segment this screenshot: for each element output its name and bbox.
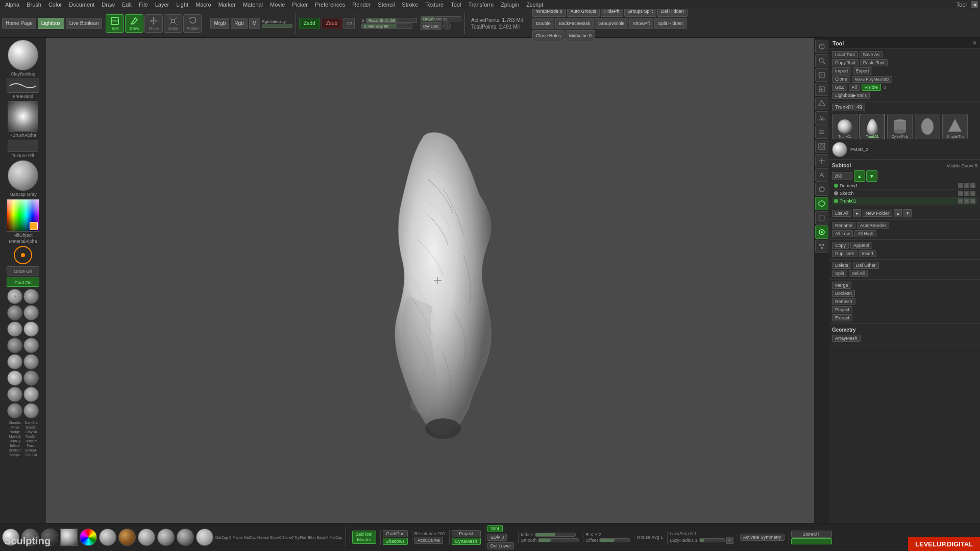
array-mesh-button[interactable]: ArrayMesh [832,335,861,342]
dynamic-button[interactable]: Dynamic [421,22,442,30]
new-folder-button[interactable]: New Folder [863,210,892,217]
subtool-master-button[interactable]: SubTool Master [352,531,376,544]
mat-ball-3[interactable] [41,529,58,546]
tool-thumb-2[interactable]: Trunk01 [860,114,885,139]
load-tool-button[interactable]: Load Tool [832,51,858,58]
panel-toggle[interactable]: ◀ [971,1,978,8]
menu-transform[interactable]: Transform [465,0,497,9]
color-picker[interactable] [7,199,39,232]
merge-button[interactable]: Merge [832,282,851,289]
mat-ball-7[interactable] [138,529,155,546]
smt-button[interactable]: Smt [487,525,503,532]
m-button[interactable]: M [249,18,260,29]
brush-move[interactable] [7,305,22,320]
offset-slider[interactable] [599,538,630,542]
brush-snakeh[interactable] [23,387,39,402]
menu-picker[interactable]: Picker [289,0,311,9]
mat-ball-8[interactable] [157,529,175,546]
right-icon-frame[interactable] [815,140,828,153]
subtool-dummy1[interactable]: Dummy1 □ □ ✏ [832,182,977,190]
paste-tool-button[interactable]: Paste Tool [860,59,888,66]
brush-spolish[interactable] [7,387,22,402]
si-tr-3[interactable]: ✏ [970,198,975,204]
lazy-radius-close[interactable]: ✕ [726,537,733,544]
list-expand-btn[interactable]: ▸ [853,209,861,217]
auto-reorder-button[interactable]: AutoReorder [857,222,889,229]
menu-movie[interactable]: Movie [267,0,288,9]
all-low-button[interactable]: All Low [832,230,853,237]
menu-stroke[interactable]: Stroke [399,0,421,9]
rgb-button[interactable]: Rgb [231,18,247,29]
all-high-button[interactable]: All High [854,230,876,237]
mat-ball-2[interactable] [21,529,39,546]
save-as-button[interactable]: Save As [860,51,883,58]
lightbox-button[interactable]: Lightbox [38,18,64,29]
menu-preferences[interactable]: Preferences [312,0,348,9]
menu-file[interactable]: File [136,0,151,9]
subtool-trunk01[interactable]: Trunk01 □ □ ✏ [832,197,977,205]
project-bb-button[interactable]: Project [452,530,481,537]
goz-button[interactable]: GoZ [832,84,847,91]
rotate-button[interactable]: Rotate [183,14,202,33]
right-icon-zoom3d[interactable] [815,168,828,182]
brush-orb[interactable] [23,403,39,418]
menu-alpha[interactable]: Alpha [2,0,22,9]
mat-ball-4[interactable] [60,529,78,546]
show-pft-button[interactable]: ShowPft [629,18,654,29]
folder-up-btn[interactable]: ▴ [894,209,902,217]
extract-button[interactable]: Extract [832,314,852,321]
menu-marker[interactable]: Marker [215,0,239,9]
si-sk-1[interactable]: □ [958,191,963,196]
right-icon-move[interactable] [815,154,828,167]
menu-light[interactable]: Light [173,0,191,9]
move-button[interactable]: Move [144,14,163,33]
subtool-sketch[interactable]: Sketch □ □ ✏ [832,190,977,197]
import-button[interactable]: Import [832,67,851,74]
alpha-preview[interactable] [8,101,38,132]
right-icon-floor[interactable] [815,111,828,124]
right-icon-addattr[interactable] [815,83,828,96]
lightbox-tools-button[interactable]: Lightbox▶Tools [832,92,870,99]
brush-trimsm2[interactable] [23,354,39,369]
close-holes-button[interactable]: Close Holes [532,30,565,41]
texture-preview[interactable] [8,140,38,152]
del-all-button[interactable]: Del All [849,270,868,277]
right-icon-zoom[interactable] [815,54,828,67]
brush-damstd[interactable] [23,289,39,304]
zcf-button[interactable]: Zcf [344,18,355,29]
menu-brush[interactable]: Brush [23,0,44,9]
lazy-radius-slider[interactable] [699,538,725,542]
model-viewport[interactable] [46,38,829,523]
menu-stencil[interactable]: Stencil [375,0,398,9]
brush-morph[interactable] [7,403,22,418]
brush-claybu[interactable] [23,321,39,337]
menu-color[interactable]: Color [45,0,65,9]
right-icon-solo[interactable] [815,226,828,239]
inflate-slider[interactable] [535,533,576,537]
activate-symmetry-button[interactable]: Activate Symmetry [740,534,785,541]
cont-on-button[interactable]: Cont On [7,278,39,287]
right-icon-spots[interactable] [815,240,828,253]
si-1[interactable]: □ [958,183,963,188]
si-sk-3[interactable]: ✏ [970,191,975,196]
menu-render[interactable]: Render [349,0,374,9]
si-tr-1[interactable]: □ [958,198,963,204]
si-2[interactable]: □ [964,183,969,188]
tool-thumb-cylinder[interactable]: CylindPoly [887,114,913,139]
edit-button[interactable]: Edit [106,14,124,33]
subtool-count-input[interactable] [832,172,852,180]
levelup-badge[interactable]: LEVELUP.DIGITAL [908,537,980,551]
right-icon-pers[interactable] [815,97,828,110]
brush-preview[interactable] [8,40,38,70]
all-button[interactable]: All [849,84,860,91]
pm3d-sphere[interactable] [832,142,847,157]
right-icon-polyt[interactable] [815,197,828,210]
subtool-icon-2[interactable]: ▼ [866,170,877,182]
duplicate-button[interactable]: Duplicate [832,250,857,257]
draw-button[interactable]: Draw [125,14,143,33]
material-preview[interactable] [8,160,38,191]
menu-macro[interactable]: Macro [192,0,214,9]
brush-trimsm[interactable] [23,338,39,353]
si-tr-2[interactable]: □ [964,198,969,204]
stroke-indicator[interactable] [14,246,32,264]
